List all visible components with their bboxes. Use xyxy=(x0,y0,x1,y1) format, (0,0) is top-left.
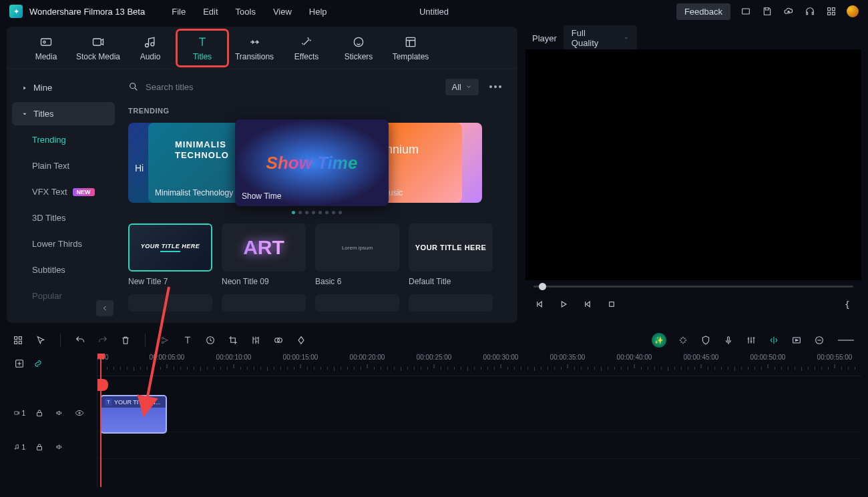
adjust-icon[interactable] xyxy=(250,334,262,346)
sparkle-icon[interactable] xyxy=(677,334,689,346)
menu-file[interactable]: File xyxy=(172,7,186,17)
next-frame-button[interactable] xyxy=(582,298,594,310)
feedback-button[interactable]: Feedback xyxy=(676,3,730,20)
title-thumb-0[interactable]: YOUR TITLE HERE xyxy=(128,223,212,272)
menu-tools[interactable]: Tools xyxy=(236,7,256,17)
tab-audio-label: Audio xyxy=(140,52,161,61)
title-item-3[interactable]: YOUR TITLE HERE Default Title xyxy=(409,223,493,286)
color-icon[interactable] xyxy=(272,334,284,346)
headset-icon[interactable] xyxy=(804,5,816,17)
timeline-ruler[interactable]: 00:0000:00:05:0000:00:10:0000:00:15:0000… xyxy=(97,354,861,376)
undo-icon[interactable] xyxy=(74,334,86,346)
audio-track[interactable] xyxy=(97,432,861,459)
mixer-icon[interactable] xyxy=(745,334,757,346)
sidebar-sub-lower-thirds[interactable]: Lower Thirds xyxy=(12,232,115,256)
keyframe-icon[interactable] xyxy=(295,334,307,346)
text-tool-icon[interactable] xyxy=(182,334,194,346)
zoom-slider-icon[interactable] xyxy=(836,334,856,346)
scrubber-handle[interactable] xyxy=(539,283,546,290)
title-thumb-placeholder[interactable] xyxy=(315,294,399,312)
stickers-icon xyxy=(352,35,365,49)
search-input[interactable]: Search titles xyxy=(128,81,439,92)
title-thumb-placeholder[interactable] xyxy=(222,294,306,312)
sidebar-sub-trending[interactable]: Trending xyxy=(12,128,115,151)
shield-icon[interactable] xyxy=(700,334,712,346)
tab-templates[interactable]: Templates xyxy=(385,29,437,67)
lock-icon[interactable] xyxy=(33,407,45,419)
sidebar-collapse-button[interactable] xyxy=(96,300,114,316)
sidebar-sub-plain-text[interactable]: Plain Text xyxy=(12,154,115,177)
select-tool-icon[interactable] xyxy=(35,334,47,346)
title-item-2[interactable]: Lorem ipsum Basic 6 xyxy=(315,223,399,286)
render-icon[interactable] xyxy=(791,334,803,346)
mute-icon[interactable] xyxy=(53,441,65,453)
marker-guide-icon[interactable] xyxy=(768,334,780,346)
visibility-icon[interactable] xyxy=(73,407,85,419)
title-thumb-3[interactable]: YOUR TITLE HERE xyxy=(409,223,493,272)
save-icon[interactable] xyxy=(761,5,773,17)
sidebar-sub-subtitles[interactable]: Subtitles xyxy=(12,258,115,282)
video-track[interactable]: TYOUR TITLE H... xyxy=(97,392,861,432)
tab-transitions[interactable]: Transitions xyxy=(228,29,280,67)
timeline-header-controls xyxy=(7,354,97,374)
trending-card-3[interactable]: Show Time Show Time xyxy=(235,119,389,206)
tab-stickers[interactable]: Stickers xyxy=(333,29,385,67)
sidebar-sub-vfx-text[interactable]: VFX Text NEW xyxy=(12,180,115,203)
prev-frame-button[interactable] xyxy=(533,298,546,310)
apps-icon[interactable] xyxy=(825,5,837,17)
tab-stock-media[interactable]: Stock Media xyxy=(72,29,124,67)
title-thumb-placeholder[interactable] xyxy=(128,294,212,312)
title-item-1[interactable]: ART Neon Title 09 xyxy=(222,223,306,286)
menu-view[interactable]: View xyxy=(273,7,292,17)
sidebar-sub-3d-titles[interactable]: 3D Titles xyxy=(12,206,115,229)
tab-media[interactable]: Media xyxy=(20,29,72,67)
split-icon[interactable] xyxy=(159,334,171,346)
title-thumb-placeholder[interactable] xyxy=(409,294,493,312)
tab-audio[interactable]: Audio xyxy=(124,29,176,67)
trending-card-2[interactable]: MINIMALISTECHNOLO Minimalist Technology xyxy=(148,123,248,203)
playhead[interactable] xyxy=(100,354,101,487)
filter-dropdown[interactable]: All xyxy=(445,79,479,95)
preview-scrubber[interactable] xyxy=(533,286,853,288)
grid-view-icon[interactable] xyxy=(12,334,24,346)
ruler-tick: 00:00:35:00 xyxy=(550,354,586,361)
menu-edit[interactable]: Edit xyxy=(203,7,218,17)
play-button[interactable] xyxy=(558,298,570,310)
sidebar-item-titles[interactable]: Titles xyxy=(12,102,115,125)
title-thumb-1[interactable]: ART xyxy=(222,223,306,272)
mic-icon[interactable] xyxy=(722,334,734,346)
mute-icon[interactable] xyxy=(53,407,65,419)
carousel-pager[interactable] xyxy=(128,211,505,214)
lock-icon[interactable] xyxy=(33,441,45,453)
title-item-0[interactable]: YOUR TITLE HERE New Title 7 xyxy=(128,223,212,286)
title-thumb-2[interactable]: Lorem ipsum xyxy=(315,223,399,272)
ruler-tick: 00:00:45:00 xyxy=(684,354,719,361)
ai-assist-icon[interactable]: ✨ xyxy=(652,333,666,348)
trending-carousel[interactable]: Hi MINIMALISTECHNOLO Minimalist Technolo… xyxy=(128,123,505,203)
link-icon[interactable] xyxy=(32,358,44,370)
crop-icon[interactable] xyxy=(227,334,239,346)
delete-icon[interactable] xyxy=(120,334,132,346)
window-icon[interactable] xyxy=(740,5,752,17)
zoom-out-icon[interactable] xyxy=(813,334,825,346)
timeline-tracks[interactable]: 00:0000:00:05:0000:00:10:0000:00:15:0000… xyxy=(97,354,861,487)
clip-label: YOUR TITLE H... xyxy=(114,399,160,406)
redo-icon[interactable] xyxy=(97,334,109,346)
tab-effects[interactable]: Effects xyxy=(280,29,333,67)
settings-brace-icon[interactable]: { xyxy=(841,298,853,310)
timeline-marker[interactable] xyxy=(97,379,108,391)
cloud-icon[interactable] xyxy=(783,5,795,17)
add-track-icon[interactable] xyxy=(13,358,25,370)
svg-rect-7 xyxy=(93,39,101,45)
stop-button[interactable] xyxy=(606,298,618,310)
menu-help[interactable]: Help xyxy=(309,7,327,17)
tab-titles[interactable]: Titles xyxy=(176,29,228,67)
sidebar-item-mine[interactable]: Mine xyxy=(12,76,115,99)
stock-media-icon xyxy=(91,35,105,49)
speed-icon[interactable] xyxy=(204,334,216,346)
avatar[interactable] xyxy=(847,5,859,17)
preview-viewport[interactable] xyxy=(525,49,861,280)
title-clip[interactable]: TYOUR TITLE H... xyxy=(100,395,167,434)
more-options-button[interactable] xyxy=(485,85,505,88)
quality-dropdown[interactable]: Full Quality xyxy=(564,25,637,51)
